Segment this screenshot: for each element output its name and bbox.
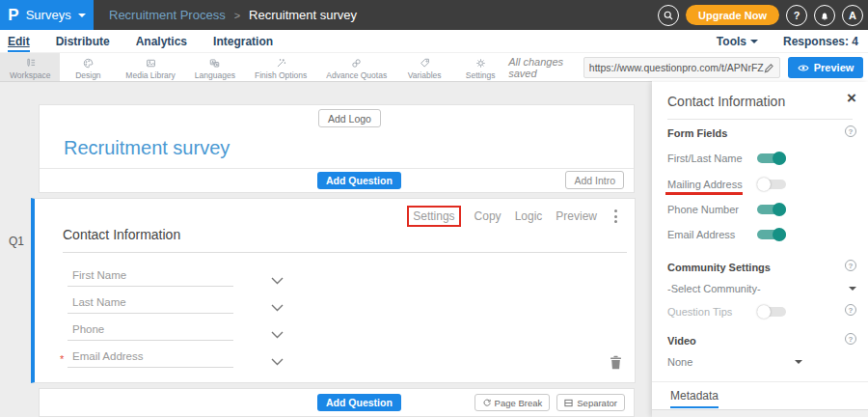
question-title[interactable]: Contact Information — [63, 227, 180, 242]
toggle-knob — [757, 178, 771, 191]
video-heading: Video — [667, 335, 696, 347]
field-options-button[interactable] — [271, 271, 284, 289]
panel-divider — [667, 119, 853, 120]
help-icon[interactable]: ? — [845, 333, 856, 345]
separator-icon — [564, 399, 573, 407]
breadcrumb-parent[interactable]: Recruitment Process — [109, 8, 226, 22]
strip-right-buttons: Page Break Separator — [475, 394, 625, 411]
toggle-label-first-last-name: First/Last Name — [667, 153, 743, 164]
advance-quotas-icon — [350, 57, 363, 70]
toolbar-item-design[interactable]: Design — [60, 53, 116, 82]
toolbar-item-languages[interactable]: Languages — [185, 53, 245, 82]
product-switcher[interactable]: P Surveys — [0, 0, 94, 30]
question-settings-action[interactable]: Settings — [407, 206, 460, 227]
saved-status: All changes saved — [508, 56, 576, 79]
trash-icon — [610, 355, 622, 370]
editor-toolbar: Workspace Design Media Library Languages… — [0, 53, 868, 82]
languages-icon — [208, 57, 221, 70]
page-break-button[interactable]: Page Break — [475, 394, 551, 411]
field-underline — [68, 313, 233, 314]
help-icon[interactable]: ? — [845, 304, 856, 316]
more-options-icon[interactable] — [610, 208, 621, 225]
question-copy-action[interactable]: Copy — [475, 209, 502, 223]
toolbar-item-label: Settings — [466, 70, 496, 80]
help-icon[interactable]: ? — [845, 125, 856, 137]
survey-title[interactable]: Recruitment survey — [64, 137, 230, 159]
video-select[interactable]: None — [667, 356, 802, 368]
breadcrumb: Recruitment Process > Recruitment survey — [109, 8, 357, 22]
toolbar-item-variables[interactable]: Variables — [396, 53, 452, 82]
community-select[interactable]: -Select Community- — [667, 283, 856, 294]
nav-right: Tools Responses: 4 — [717, 35, 860, 48]
tab-metadata[interactable]: Metadata — [670, 389, 719, 408]
toolbar-item-finish-options[interactable]: Finish Options — [245, 53, 316, 82]
app-menu-label: Surveys — [26, 8, 71, 22]
field-options-button[interactable] — [271, 298, 284, 316]
field-label[interactable]: First Name — [72, 269, 126, 281]
page-break-label: Page Break — [495, 398, 543, 408]
required-asterisk: * — [60, 353, 64, 365]
media-library-icon — [145, 57, 157, 70]
app-window: P Surveys Recruitment Process > Recruitm… — [0, 0, 868, 417]
eye-icon — [798, 64, 809, 72]
add-intro-button[interactable]: Add Intro — [565, 171, 624, 189]
separator-label: Separator — [577, 398, 617, 408]
toolbar-item-advance-quotas[interactable]: Advance Quotas — [316, 53, 396, 82]
field-label[interactable]: Phone — [72, 323, 104, 335]
avatar[interactable]: A — [842, 5, 863, 26]
field-options-button[interactable] — [271, 325, 284, 343]
responses-count[interactable]: Responses: 4 — [783, 35, 858, 48]
field-underline — [68, 340, 233, 341]
field-label[interactable]: Email Address — [72, 350, 144, 362]
add-question-button-top[interactable]: Add Question — [317, 172, 401, 189]
preview-button[interactable]: Preview — [788, 57, 864, 78]
toggle-mailing-address[interactable] — [757, 180, 786, 189]
close-icon[interactable]: × — [847, 90, 856, 106]
toolbar-item-settings[interactable]: Settings — [452, 53, 508, 82]
metadata-divider — [652, 381, 868, 382]
question-logic-action[interactable]: Logic — [515, 209, 543, 223]
survey-header-card: Add Logo Recruitment survey Add Question… — [39, 104, 635, 193]
bell-icon — [819, 10, 830, 21]
help-icon[interactable]: ? — [845, 260, 856, 271]
field-row-phone: Phone — [68, 320, 289, 342]
upgrade-now-button[interactable]: Upgrade Now — [686, 5, 779, 25]
survey-url-field[interactable]: https://www.questionpro.com/t/APNrFZ — [583, 57, 780, 78]
chevron-down-icon — [271, 331, 284, 339]
toggle-email-address[interactable] — [757, 230, 786, 239]
toggle-phone-number[interactable] — [757, 205, 786, 214]
toolbar-item-media-library[interactable]: Media Library — [116, 53, 185, 82]
finish-options-icon — [275, 57, 287, 70]
video-select-value: None — [667, 356, 692, 368]
toolbar-item-label: Workspace — [10, 70, 50, 80]
add-question-button-bottom[interactable]: Add Question — [317, 394, 401, 411]
notifications-button[interactable] — [814, 5, 835, 26]
search-button[interactable] — [658, 5, 679, 26]
field-options-button[interactable] — [271, 352, 284, 370]
tools-menu[interactable]: Tools — [717, 35, 758, 48]
breadcrumb-separator: > — [234, 10, 240, 21]
tab-analytics[interactable]: Analytics — [136, 30, 187, 52]
edit-pencil-icon[interactable] — [764, 63, 774, 73]
add-logo-button[interactable]: Add Logo — [318, 109, 381, 127]
separator-button[interactable]: Separator — [556, 394, 625, 411]
toggle-knob — [773, 152, 786, 165]
tab-distribute[interactable]: Distribute — [56, 30, 110, 52]
delete-question-button[interactable] — [610, 355, 622, 374]
toggle-question-tips[interactable] — [757, 307, 786, 317]
survey-url: https://www.questionpro.com/t/APNrFZ — [589, 62, 764, 73]
help-button[interactable]: ? — [786, 5, 807, 26]
toolbar-item-workspace[interactable]: Workspace — [0, 53, 60, 82]
tab-edit[interactable]: Edit — [8, 30, 30, 52]
chevron-down-icon — [271, 304, 284, 312]
field-label[interactable]: Last Name — [72, 296, 126, 308]
toolbar-item-label: Languages — [195, 70, 235, 80]
toggle-label-mailing-address: Mailing Address — [667, 179, 743, 190]
questionpro-logo-icon: P — [8, 7, 18, 23]
toolbar-item-label: Media Library — [125, 70, 176, 80]
question-tips-label: Question Tips — [667, 306, 732, 318]
tools-label: Tools — [717, 35, 746, 48]
toggle-first-last-name[interactable] — [757, 153, 786, 163]
tab-integration[interactable]: Integration — [213, 30, 273, 52]
question-preview-action[interactable]: Preview — [556, 209, 597, 223]
